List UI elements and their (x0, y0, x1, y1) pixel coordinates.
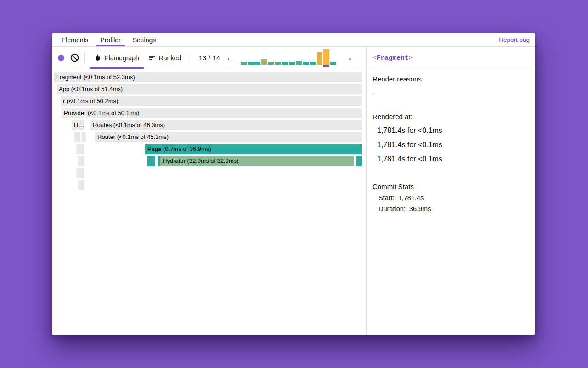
report-bug-link[interactable]: Report bug (499, 33, 530, 46)
prev-commit-button[interactable]: ← (222, 53, 238, 62)
flamegraph-node-small[interactable] (82, 180, 84, 190)
commit-bar[interactable] (261, 48, 267, 67)
commit-counter: 13 / 14 (199, 54, 220, 62)
render-reasons-label: Render reasons (373, 75, 529, 83)
rendered-at-label: Rendered at: (373, 113, 529, 121)
selected-component-header: <Fragment> (367, 47, 535, 69)
flamegraph-node[interactable]: r (<0.1ms of 50.2ms) (61, 96, 362, 106)
devtools-window: Elements Profiler Settings Report bug (52, 33, 535, 335)
start-value: 1,781.4s (398, 194, 424, 201)
open-bracket: < (373, 54, 377, 62)
rendered-at-entry[interactable]: 1,781.4s for <0.1ms (373, 155, 529, 163)
profiler-toolbar: Flamegraph Ranked 13 / 14 ← → (52, 47, 366, 69)
duration-label: Duration: (379, 205, 406, 213)
toolbar-divider (191, 53, 191, 63)
record-button[interactable] (58, 55, 64, 61)
commit-bar[interactable] (282, 48, 288, 67)
commit-bar-fill (254, 62, 260, 65)
commit-bar-fill (289, 62, 295, 65)
flamegraph-node[interactable]: Provider (<0.1ms of 50.1ms) (62, 108, 362, 118)
commit-bar[interactable] (241, 48, 247, 67)
ranked-tab-label: Ranked (159, 54, 181, 62)
clear-profile-button[interactable] (70, 53, 79, 62)
commit-selector-chart[interactable] (241, 48, 337, 67)
top-tab-bar: Elements Profiler Settings Report bug (52, 33, 535, 47)
selected-commit-indicator (323, 65, 329, 67)
commit-bar-fill (330, 62, 336, 65)
tab-settings[interactable]: Settings (129, 33, 160, 46)
rendered-at-list: 1,781.4s for <0.1ms1,781.4s for <0.1ms1,… (373, 126, 529, 163)
selected-component-name: Fragment (377, 54, 409, 62)
flamegraph-chart: Fragment (<0.1ms of 52.3ms)App (<0.1ms o… (52, 69, 366, 335)
flamegraph-node-small[interactable] (158, 156, 160, 166)
flamegraph-node-small[interactable] (82, 144, 84, 154)
flamegraph-tab-label: Flamegraph (105, 54, 139, 62)
ranked-icon (148, 54, 156, 62)
tab-ranked[interactable]: Ranked (144, 47, 186, 69)
commit-bar[interactable] (289, 48, 295, 67)
commit-duration-row: Duration:36.9ms (373, 205, 529, 213)
flamegraph-node-small[interactable] (82, 156, 84, 166)
rendered-at-entry[interactable]: 1,781.4s for <0.1ms (373, 126, 529, 135)
commit-bar[interactable] (254, 48, 260, 67)
flamegraph-node[interactable]: App (<0.1ms of 51.4ms) (57, 84, 362, 94)
flamegraph-node[interactable]: Router (<0.1ms of 45.3ms) (95, 132, 362, 142)
flamegraph-node[interactable]: H… (72, 120, 84, 130)
commit-bar[interactable] (268, 48, 274, 67)
flamegraph-node-small[interactable] (84, 132, 86, 142)
commit-bar-fill (310, 62, 316, 65)
commit-bar[interactable] (323, 48, 329, 67)
flamegraph-node[interactable]: Fragment (<0.1ms of 52.3ms) (54, 72, 362, 82)
flamegraph-node-small[interactable] (147, 156, 155, 166)
details-pane: <Fragment> Render reasons - Rendered at:… (367, 47, 535, 335)
tab-flamegraph[interactable]: Flamegraph (90, 47, 144, 69)
commit-bar[interactable] (303, 48, 309, 67)
commit-bar-fill (268, 62, 274, 65)
rendered-at-entry[interactable]: 1,781.4s for <0.1ms (373, 141, 529, 149)
duration-value: 36.9ms (409, 205, 431, 213)
commit-bar[interactable] (248, 48, 254, 67)
commit-bar[interactable] (275, 48, 281, 67)
start-label: Start: (379, 194, 395, 201)
render-reasons-value: - (373, 89, 529, 97)
flamegraph-node[interactable]: Hydrator (32.9ms of 32.9ms) (160, 156, 354, 166)
commit-bar-fill (248, 62, 254, 65)
close-bracket: > (408, 54, 413, 62)
details-body: Render reasons - Rendered at: 1,781.4s f… (367, 69, 535, 218)
commit-bar[interactable] (296, 48, 302, 67)
commit-bar-fill (317, 52, 322, 65)
tab-profiler[interactable]: Profiler (96, 33, 124, 46)
flamegraph-node-small[interactable] (82, 168, 84, 178)
commit-bar-fill (296, 61, 302, 65)
profiler-pane: Flamegraph Ranked 13 / 14 ← → Fragment ( (52, 47, 367, 335)
commit-bar[interactable] (330, 48, 336, 67)
next-commit-button[interactable]: → (340, 53, 356, 62)
commit-bar-fill (323, 49, 329, 65)
commit-bar-fill (241, 62, 247, 65)
ban-icon (70, 53, 79, 62)
flamegraph-node-small[interactable] (356, 156, 362, 166)
commit-bar[interactable] (317, 48, 322, 67)
commit-stats-label: Commit Stats (373, 183, 529, 190)
toolbar-divider (84, 53, 85, 63)
flamegraph-node-small[interactable] (74, 132, 80, 142)
commit-bar-fill (275, 62, 281, 65)
commit-start-row: Start:1,781.4s (373, 194, 529, 201)
tabbar-spacer (164, 33, 499, 46)
tab-elements[interactable]: Elements (57, 33, 92, 46)
commit-bar-fill (261, 59, 267, 65)
flame-icon (94, 54, 102, 62)
flamegraph-node[interactable]: Page (0.7ms of 36.9ms) (145, 144, 362, 154)
commit-bar[interactable] (310, 48, 316, 67)
commit-bar-fill (282, 62, 288, 65)
flamegraph-node[interactable]: Routes (<0.1ms of 46.3ms) (90, 120, 362, 130)
commit-bar-fill (303, 62, 309, 65)
